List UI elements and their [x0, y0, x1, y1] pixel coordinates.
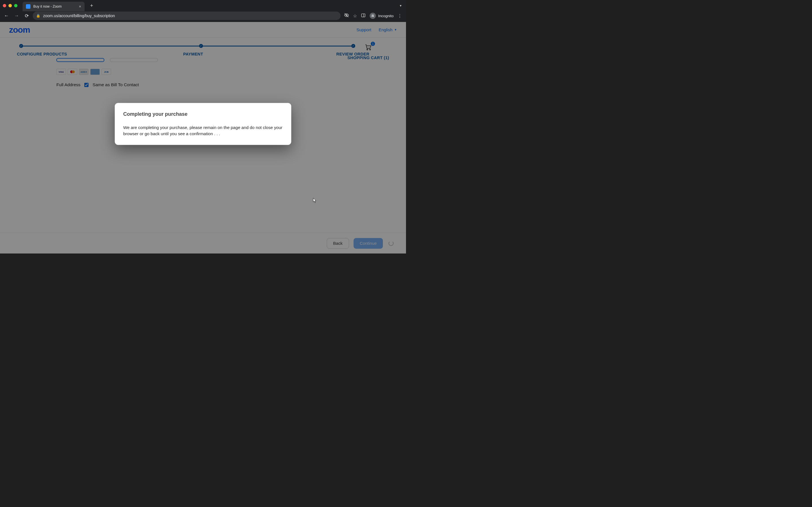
payment-form-area: VISA AMEX JCB Full Address Same as Bill … — [0, 56, 406, 87]
payment-method-option-selected[interactable] — [56, 58, 104, 62]
step-dot-configure: ✓ — [19, 44, 23, 48]
modal-body: We are completing your purchase, please … — [123, 124, 283, 137]
checkout-steps: ✓ ✓ ✓ CONFIGURE PRODUCTS PAYMENT REVIEW … — [0, 38, 406, 56]
svg-rect-6 — [372, 16, 373, 16]
address-bar-row: ← → ⟳ 🔒 zoom.us/account/billing/buy_subs… — [0, 11, 406, 22]
full-address-label: Full Address — [56, 82, 80, 87]
window-minimize-icon[interactable] — [8, 4, 12, 7]
svg-rect-2 — [361, 13, 365, 17]
kebab-menu-icon[interactable]: ⋮ — [398, 13, 402, 18]
language-selector[interactable]: English ▼ — [378, 27, 397, 32]
cart-icon: 1 — [364, 43, 372, 53]
svg-point-8 — [370, 49, 370, 50]
card-amex-icon: AMEX — [79, 69, 89, 75]
step-dot-payment: ✓ — [199, 44, 203, 48]
svg-point-7 — [367, 49, 368, 50]
tabs-overflow-icon[interactable]: ▾ — [400, 4, 403, 8]
step-track: ✓ ✓ ✓ — [19, 45, 387, 48]
mouse-cursor-icon — [313, 198, 317, 203]
bookmark-star-icon[interactable]: ☆ — [353, 13, 357, 18]
browser-chrome: Buy it now - Zoom × + ▾ ← → ⟳ 🔒 zoom.us/… — [0, 0, 406, 22]
chevron-down-icon: ▼ — [394, 28, 397, 31]
panel-icon[interactable] — [361, 13, 366, 19]
toolbar-right: ☆ Incognito ⋮ — [342, 13, 404, 19]
accepted-cards: VISA AMEX JCB — [56, 69, 406, 75]
card-visa-icon: VISA — [56, 69, 66, 75]
completing-purchase-modal: Completing your purchase We are completi… — [115, 103, 291, 145]
lock-icon: 🔒 — [36, 14, 40, 18]
tab-favicon-icon — [26, 4, 31, 9]
card-discover-icon — [90, 69, 100, 75]
continue-button[interactable]: Continue — [354, 238, 383, 249]
tracking-off-icon[interactable] — [344, 13, 349, 19]
step-labels: CONFIGURE PRODUCTS PAYMENT REVIEW ORDER — [17, 52, 389, 56]
same-as-bill-checkbox[interactable] — [84, 83, 89, 87]
incognito-icon — [370, 13, 376, 19]
titlebar: Buy it now - Zoom × + ▾ — [0, 0, 406, 11]
window-controls — [3, 4, 17, 7]
new-tab-button[interactable]: + — [88, 2, 95, 9]
card-mastercard-icon — [68, 69, 77, 75]
step-label-configure[interactable]: CONFIGURE PRODUCTS — [17, 52, 135, 56]
footer-action-bar: Back Continue — [0, 233, 406, 253]
address-bar[interactable]: 🔒 zoom.us/account/billing/buy_subscripti… — [33, 11, 341, 20]
nav-back-button[interactable]: ← — [2, 11, 11, 20]
loading-spinner-icon — [389, 241, 394, 246]
tab-close-icon[interactable]: × — [79, 4, 81, 9]
support-link[interactable]: Support — [356, 27, 371, 32]
browser-tab[interactable]: Buy it now - Zoom × — [22, 2, 85, 11]
step-label-payment[interactable]: PAYMENT — [135, 52, 252, 56]
payment-method-option[interactable] — [110, 58, 158, 62]
window-close-icon[interactable] — [3, 4, 6, 7]
same-as-bill-label: Same as Bill To Contact — [93, 82, 139, 87]
card-jcb-icon: JCB — [101, 69, 111, 75]
incognito-indicator[interactable]: Incognito — [370, 13, 394, 19]
zoom-header: zoom Support English ▼ — [0, 22, 406, 38]
step-line — [21, 46, 353, 47]
full-address-row: Full Address Same as Bill To Contact — [56, 82, 406, 87]
cart-label: SHOPPING CART (1) — [347, 55, 389, 60]
url-text: zoom.us/account/billing/buy_subscription — [43, 13, 115, 18]
shopping-cart[interactable]: 1 SHOPPING CART (1) — [347, 43, 389, 60]
zoom-logo[interactable]: zoom — [9, 25, 30, 35]
back-button[interactable]: Back — [327, 238, 349, 249]
window-zoom-icon[interactable] — [14, 4, 17, 7]
nav-reload-button[interactable]: ⟳ — [22, 11, 31, 20]
tab-title: Buy it now - Zoom — [33, 4, 76, 8]
page-viewport: zoom Support English ▼ ✓ ✓ ✓ CONFIGURE P… — [0, 22, 406, 253]
svg-point-4 — [371, 16, 373, 17]
nav-forward-button[interactable]: → — [12, 11, 21, 20]
modal-title: Completing your purchase — [123, 111, 283, 117]
svg-point-5 — [373, 16, 374, 17]
cart-badge: 1 — [371, 42, 375, 46]
incognito-label: Incognito — [378, 14, 394, 18]
